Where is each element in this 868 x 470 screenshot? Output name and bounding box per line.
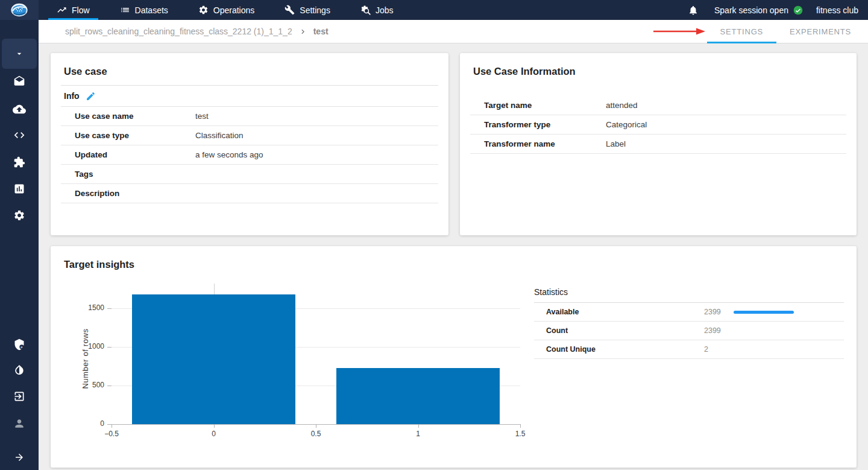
- y-tick: [107, 424, 112, 425]
- page-tabs: SETTINGS EXPERIMENTS: [653, 20, 868, 43]
- row-value: Label: [606, 139, 626, 148]
- nav-tab-datasets[interactable]: Datasets: [112, 0, 177, 20]
- x-tick: [214, 424, 215, 428]
- y-tick-label: 1500: [77, 303, 104, 312]
- search-gear-icon: [360, 5, 371, 15]
- y-tick-label: 500: [77, 381, 104, 389]
- x-tick: [520, 424, 521, 428]
- use-case-card: Use case Info Use case name test Use cas…: [51, 53, 448, 235]
- tab-settings[interactable]: SETTINGS: [707, 20, 776, 43]
- topbar-right: Spark session open fitness club: [688, 0, 868, 20]
- row-value: a few seconds ago: [195, 150, 263, 159]
- cloud-upload-icon: [13, 103, 26, 116]
- y-axis-label: Number of rows: [81, 311, 90, 407]
- x-tick-label: 1: [403, 430, 433, 438]
- row-label: Use case type: [75, 131, 195, 140]
- account-name[interactable]: fitness club: [816, 5, 858, 15]
- caret-down-icon: [14, 49, 24, 59]
- sidebar-item-security[interactable]: e: [0, 334, 39, 355]
- notifications-button[interactable]: [688, 5, 699, 16]
- nav-tab-label: Jobs: [376, 5, 394, 15]
- mail-icon: [13, 75, 25, 87]
- row-label: Transformer name: [484, 139, 606, 148]
- check-circle-icon: [793, 5, 803, 15]
- tab-experiments-label: EXPERIMENTS: [790, 27, 851, 36]
- stat-value: 2: [704, 345, 708, 354]
- annotation-arrow: [653, 27, 706, 36]
- statistics-panel: Statistics Available 2399 Count 2399 Cou…: [534, 286, 844, 359]
- top-navigation-bar: Flow Datasets Operations Settings Jobs: [0, 0, 868, 20]
- statistics-title: Statistics: [534, 286, 844, 303]
- use-case-information-card: Use Case Information Target name attende…: [460, 53, 857, 235]
- row-label: Use case name: [75, 112, 195, 121]
- arrow-forward-icon: [14, 452, 25, 463]
- x-tick: [112, 424, 112, 428]
- app-logo[interactable]: [0, 0, 39, 20]
- target-insights-card: Target insights Number of rows 050010001…: [51, 246, 857, 468]
- breadcrumb: split_rows_cleaning_cleaning_fitness_cla…: [39, 27, 653, 36]
- nav-tab-operations[interactable]: Operations: [190, 0, 263, 20]
- x-tick: [316, 424, 316, 428]
- puzzle-icon: [13, 156, 25, 168]
- x-tick-label: 0: [199, 430, 229, 438]
- row-value: attended: [606, 101, 638, 110]
- left-sidebar: e: [0, 20, 39, 470]
- stat-value: 2399: [704, 308, 721, 316]
- sidebar-item-profile[interactable]: [0, 413, 39, 434]
- sidebar-item-extensions[interactable]: [0, 151, 39, 173]
- breadcrumb-parent[interactable]: split_rows_cleaning_cleaning_fitness_cla…: [65, 27, 292, 36]
- edit-pencil-icon[interactable]: [86, 91, 96, 101]
- nav-tab-label: Datasets: [135, 5, 168, 15]
- nav-tab-label: Operations: [213, 5, 254, 15]
- sidebar-item-mail[interactable]: [0, 71, 39, 92]
- bar-chart-icon: [13, 183, 25, 195]
- table-row: Use case name test: [61, 107, 438, 126]
- card-title: Use case: [51, 53, 448, 85]
- bar: [336, 368, 500, 424]
- x-tick-label: 0.5: [301, 430, 331, 438]
- sidebar-item-cloud-upload[interactable]: [0, 98, 39, 120]
- row-label: Transformer type: [484, 120, 606, 129]
- info-section-header: Info: [61, 86, 438, 107]
- table-row: Updated a few seconds ago: [61, 145, 438, 165]
- sparkflows-logo-icon: [10, 2, 28, 17]
- code-icon: [13, 129, 25, 141]
- row-label: Target name: [484, 101, 606, 110]
- row-value: test: [195, 112, 209, 121]
- bar-top-tick: [214, 284, 215, 294]
- tab-experiments[interactable]: EXPERIMENTS: [776, 20, 864, 43]
- nav-tab-settings[interactable]: Settings: [276, 0, 339, 20]
- shield-e-icon: e: [13, 338, 25, 351]
- chevron-right-icon: [298, 27, 307, 36]
- y-tick-label: 0: [77, 419, 104, 428]
- table-row: Transformer type Categorical: [470, 115, 846, 135]
- sidebar-item-reports[interactable]: [0, 178, 39, 200]
- x-tick-label: 1.5: [505, 430, 535, 438]
- stat-label: Count Unique: [534, 345, 596, 354]
- nav-tab-jobs[interactable]: Jobs: [352, 0, 402, 20]
- y-tick: [107, 386, 112, 386]
- bar: [132, 294, 295, 424]
- main-nav: Flow Datasets Operations Settings Jobs: [39, 0, 688, 20]
- sidebar-item-theme[interactable]: [0, 359, 39, 381]
- row-label: Tags: [75, 170, 195, 179]
- nav-tab-flow[interactable]: Flow: [48, 0, 98, 20]
- sidebar-item-exit[interactable]: [0, 386, 39, 407]
- table-row: Tags: [61, 165, 438, 184]
- table-row: Target name attended: [470, 96, 846, 115]
- table-row: Use case type Classification: [61, 126, 438, 145]
- nav-tab-label: Settings: [300, 5, 330, 15]
- breadcrumb-bar: split_rows_cleaning_cleaning_fitness_cla…: [39, 20, 868, 43]
- x-tick: [418, 424, 419, 428]
- sidebar-item-code[interactable]: [0, 124, 39, 146]
- card-title: Use Case Information: [460, 53, 857, 85]
- nav-tab-label: Flow: [72, 5, 90, 15]
- availability-progress-bar: [734, 311, 794, 314]
- row-value: Categorical: [606, 120, 647, 129]
- person-icon: [13, 418, 25, 430]
- sidebar-item-expand[interactable]: [0, 446, 39, 468]
- sidebar-item-collapse[interactable]: [0, 43, 39, 65]
- table-row: Available 2399: [534, 303, 844, 322]
- sidebar-item-settings[interactable]: [0, 205, 39, 226]
- bell-icon: [688, 5, 699, 16]
